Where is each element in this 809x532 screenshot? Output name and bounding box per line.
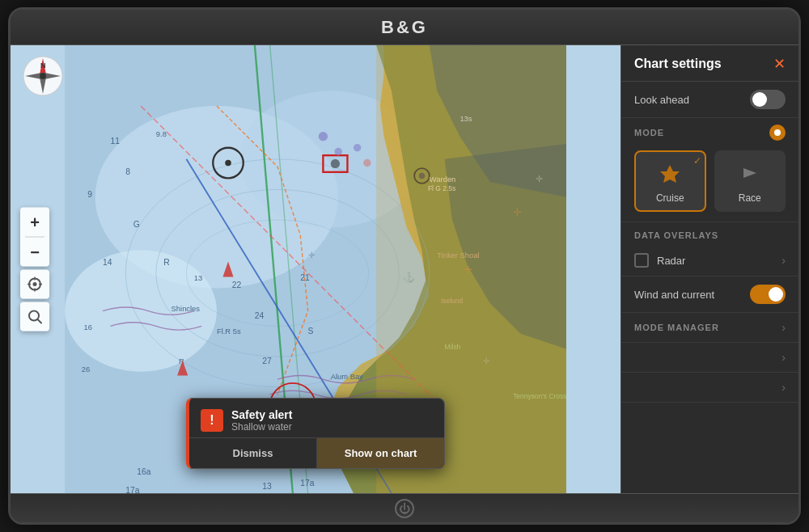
- mode-indicator: [769, 125, 786, 141]
- crosshair-icon: [27, 277, 43, 293]
- svg-text:17a: 17a: [125, 486, 139, 493]
- svg-text:Alum Bay: Alum Bay: [331, 373, 363, 381]
- search-button[interactable]: [20, 302, 49, 331]
- svg-text:Shincles: Shincles: [172, 305, 201, 313]
- bottom-bar: ⏻: [11, 493, 798, 522]
- svg-text:26: 26: [82, 365, 90, 374]
- safety-alert: ! Safety alert Shallow water Dismiss Sho…: [186, 398, 445, 469]
- settings-panel-title: Chart settings: [634, 57, 722, 71]
- race-mode-card[interactable]: Race: [714, 150, 786, 212]
- svg-text:Fl.R 5s: Fl.R 5s: [217, 327, 241, 336]
- svg-text:22: 22: [232, 281, 242, 289]
- wind-current-label: Wind and current: [634, 289, 750, 301]
- radar-label: Radar: [657, 255, 781, 267]
- svg-text:N: N: [40, 61, 46, 70]
- power-button[interactable]: ⏻: [395, 499, 414, 518]
- svg-text:9.8: 9.8: [156, 130, 167, 138]
- alert-title: Safety alert: [231, 408, 292, 421]
- svg-text:G: G: [133, 220, 140, 229]
- radar-row[interactable]: Radar ›: [621, 245, 798, 277]
- svg-text:S: S: [308, 327, 314, 336]
- wind-current-toggle[interactable]: [750, 285, 786, 304]
- search-icon: [27, 309, 43, 325]
- collapsed-chevron-1-icon: ›: [781, 351, 786, 364]
- svg-point-63: [319, 132, 328, 141]
- race-label: Race: [739, 192, 761, 204]
- wind-current-row[interactable]: Wind and current: [621, 277, 798, 313]
- svg-text:R: R: [163, 258, 169, 267]
- svg-text:16a: 16a: [137, 467, 150, 476]
- map-controls: + −: [20, 208, 49, 331]
- settings-panel: Chart settings ✕ Look ahead MODE: [621, 45, 798, 493]
- svg-text:8: 8: [125, 167, 130, 176]
- cruise-mode-card[interactable]: ✓ Cruise: [634, 150, 706, 212]
- toggle-knob: [752, 92, 767, 107]
- svg-text:9: 9: [87, 190, 92, 199]
- svg-point-66: [363, 159, 371, 167]
- alert-text-group: Safety alert Shallow water: [231, 408, 292, 433]
- show-on-chart-button[interactable]: Show on chart: [317, 438, 444, 468]
- collapsed-row-2[interactable]: ›: [621, 373, 798, 403]
- top-bar: B&G: [11, 10, 798, 45]
- cruise-label: Cruise: [656, 192, 684, 204]
- alert-warning-icon: !: [201, 409, 223, 432]
- close-settings-button[interactable]: ✕: [773, 57, 786, 71]
- mode-manager-label: MODE MANAGER: [634, 323, 781, 332]
- alert-subtitle: Shallow water: [231, 421, 292, 433]
- radar-checkbox[interactable]: [634, 253, 649, 268]
- svg-line-82: [38, 319, 42, 323]
- svg-text:27: 27: [262, 357, 272, 365]
- svg-text:17a: 17a: [300, 479, 314, 488]
- svg-point-12: [225, 160, 231, 167]
- svg-text:24: 24: [255, 311, 265, 320]
- svg-text:11: 11: [110, 137, 120, 146]
- device-content: 11 8 9 G 14 9.8 R Shincles R 13 Fl.R 5s …: [11, 45, 798, 493]
- mode-cards: ✓ Cruise Race: [621, 144, 798, 222]
- svg-text:21: 21: [300, 273, 310, 282]
- svg-text:13: 13: [262, 482, 272, 491]
- zoom-out-button[interactable]: −: [20, 238, 49, 267]
- location-button[interactable]: [20, 270, 49, 299]
- mode-manager-chevron-icon: ›: [781, 321, 786, 334]
- radar-chevron-icon: ›: [781, 254, 786, 267]
- collapsed-chevron-2-icon: ›: [781, 381, 786, 394]
- zoom-control: + −: [20, 208, 49, 267]
- svg-point-83: [774, 129, 781, 136]
- cruise-icon: [657, 162, 683, 188]
- map-area[interactable]: 11 8 9 G 14 9.8 R Shincles R 13 Fl.R 5s …: [11, 45, 621, 493]
- wind-current-toggle-knob: [769, 287, 783, 302]
- svg-point-73: [40, 73, 46, 79]
- compass-rose: N: [22, 55, 64, 97]
- settings-header: Chart settings ✕: [621, 45, 798, 82]
- alert-header: ! Safety alert Shallow water: [189, 399, 444, 437]
- brand-title: B&G: [381, 17, 428, 38]
- alert-buttons: Dismiss Show on chart: [189, 437, 444, 468]
- svg-text:13: 13: [194, 274, 202, 282]
- data-overlays-label: DATA OVERLAYS: [621, 222, 798, 245]
- look-ahead-label: Look ahead: [634, 94, 689, 106]
- look-ahead-toggle[interactable]: [750, 90, 786, 109]
- mode-section-label: MODE: [634, 128, 664, 137]
- race-icon: [737, 162, 763, 188]
- svg-point-65: [354, 144, 361, 151]
- mode-manager-row[interactable]: MODE MANAGER ›: [621, 313, 798, 343]
- look-ahead-row[interactable]: Look ahead: [621, 82, 798, 118]
- svg-text:16: 16: [84, 323, 92, 331]
- svg-text:✛: ✛: [308, 251, 315, 260]
- svg-point-19: [331, 159, 340, 168]
- zoom-in-button[interactable]: +: [20, 208, 49, 237]
- svg-text:14: 14: [103, 258, 112, 267]
- svg-point-76: [33, 282, 37, 286]
- cruise-check: ✓: [693, 155, 701, 167]
- device-frame: B&G: [8, 7, 801, 525]
- svg-point-64: [334, 148, 341, 155]
- dismiss-button[interactable]: Dismiss: [189, 438, 317, 468]
- collapsed-row-1[interactable]: ›: [621, 343, 798, 373]
